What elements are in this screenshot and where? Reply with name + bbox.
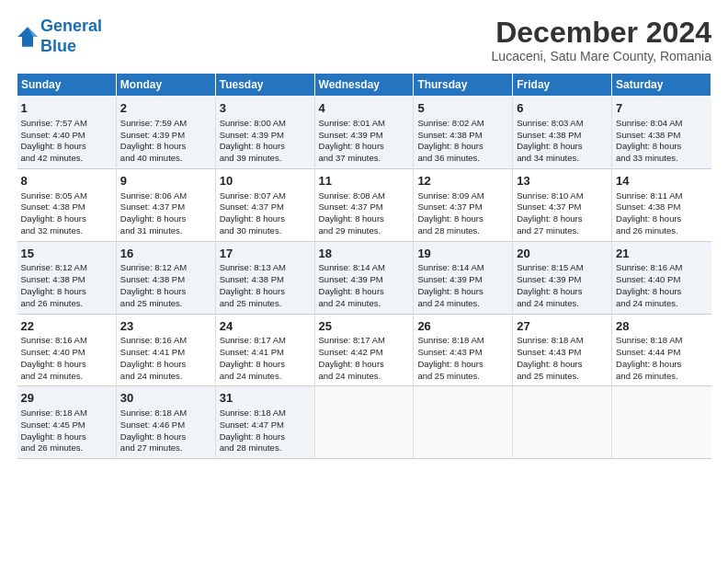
day-number: 31 — [220, 390, 311, 407]
day-info-line: and 28 minutes. — [220, 442, 311, 454]
day-number: 21 — [616, 246, 707, 262]
day-info-line: Daylight: 8 hours — [417, 141, 508, 153]
day-info-line: Sunrise: 8:03 AM — [517, 118, 608, 130]
day-info-line: Sunrise: 8:01 AM — [319, 118, 410, 130]
calendar-page: General Blue December 2024 Lucaceni, Sat… — [0, 0, 728, 563]
header: General Blue December 2024 Lucaceni, Sat… — [17, 17, 711, 63]
day-info-line: Daylight: 8 hours — [120, 141, 211, 153]
day-info-line: Daylight: 8 hours — [220, 359, 311, 371]
day-number: 1 — [21, 100, 112, 117]
calendar-cell: 4Sunrise: 8:01 AMSunset: 4:39 PMDaylight… — [314, 97, 414, 169]
day-info-line: Sunrise: 8:16 AM — [21, 335, 112, 347]
day-info-line: Sunrise: 8:17 AM — [220, 335, 311, 347]
day-info-line: and 28 minutes. — [417, 225, 508, 237]
day-number: 5 — [417, 100, 508, 117]
calendar-cell: 29Sunrise: 8:18 AMSunset: 4:45 PMDayligh… — [17, 386, 117, 459]
calendar-cell — [414, 386, 513, 459]
logo: General Blue — [17, 17, 102, 56]
day-info-line: Daylight: 8 hours — [220, 431, 311, 443]
day-number: 14 — [616, 173, 707, 190]
day-info-line: Sunset: 4:37 PM — [517, 201, 608, 213]
day-info-line: Sunrise: 8:18 AM — [21, 408, 112, 419]
day-info-line: Daylight: 8 hours — [517, 359, 608, 371]
day-info-line: Sunset: 4:40 PM — [616, 274, 707, 286]
day-info-line: Sunrise: 8:07 AM — [220, 190, 311, 202]
day-info-line: and 37 minutes. — [319, 153, 410, 165]
calendar-cell: 1Sunrise: 7:57 AMSunset: 4:40 PMDaylight… — [17, 97, 117, 169]
day-info-line: Sunrise: 8:13 AM — [220, 262, 311, 274]
col-sunday: Sunday — [17, 74, 117, 97]
day-number: 8 — [21, 173, 112, 190]
day-info-line: Sunset: 4:45 PM — [21, 419, 112, 431]
calendar-cell — [513, 386, 612, 459]
day-number: 18 — [319, 246, 410, 262]
calendar-cell: 3Sunrise: 8:00 AMSunset: 4:39 PMDaylight… — [215, 97, 314, 169]
day-info-line: Sunset: 4:39 PM — [120, 130, 211, 142]
header-row: Sunday Monday Tuesday Wednesday Thursday… — [17, 74, 711, 97]
day-info-line: Sunrise: 8:18 AM — [120, 408, 211, 419]
day-number: 20 — [517, 246, 608, 262]
day-info-line: and 25 minutes. — [120, 298, 211, 310]
calendar-cell: 9Sunrise: 8:06 AMSunset: 4:37 PMDaylight… — [116, 168, 215, 241]
day-number: 10 — [220, 173, 311, 190]
day-number: 7 — [616, 100, 707, 117]
day-info-line: Sunrise: 8:18 AM — [616, 335, 707, 347]
day-info-line: Sunrise: 8:14 AM — [417, 262, 508, 274]
day-info-line: and 32 minutes. — [21, 225, 112, 237]
calendar-table: Sunday Monday Tuesday Wednesday Thursday… — [17, 73, 711, 459]
day-info-line: and 24 minutes. — [417, 298, 508, 310]
day-info-line: Daylight: 8 hours — [517, 141, 608, 153]
day-info-line: Daylight: 8 hours — [120, 431, 211, 443]
day-number: 6 — [517, 100, 608, 117]
day-number: 23 — [120, 318, 211, 335]
day-info-line: Sunset: 4:47 PM — [220, 419, 311, 431]
calendar-cell: 26Sunrise: 8:18 AMSunset: 4:43 PMDayligh… — [414, 314, 513, 386]
day-info-line: Sunrise: 7:57 AM — [21, 118, 112, 130]
day-info-line: Sunset: 4:38 PM — [517, 130, 608, 142]
location-subtitle: Lucaceni, Satu Mare County, Romania — [492, 49, 711, 63]
col-friday: Friday — [513, 74, 612, 97]
calendar-cell: 25Sunrise: 8:17 AMSunset: 4:42 PMDayligh… — [314, 314, 414, 386]
day-info-line: Sunrise: 8:00 AM — [220, 118, 311, 130]
day-number: 24 — [220, 318, 311, 335]
day-info-line: and 36 minutes. — [417, 153, 508, 165]
day-info-line: Daylight: 8 hours — [417, 286, 508, 298]
calendar-cell: 23Sunrise: 8:16 AMSunset: 4:41 PMDayligh… — [116, 314, 215, 386]
day-info-line: Sunrise: 8:18 AM — [517, 335, 608, 347]
day-info-line: Daylight: 8 hours — [616, 213, 707, 225]
day-info-line: Sunrise: 8:18 AM — [417, 335, 508, 347]
day-info-line: and 40 minutes. — [120, 153, 211, 165]
calendar-cell: 14Sunrise: 8:11 AMSunset: 4:38 PMDayligh… — [612, 168, 711, 241]
day-number: 2 — [120, 100, 211, 117]
day-info-line: Daylight: 8 hours — [21, 431, 112, 443]
calendar-cell: 12Sunrise: 8:09 AMSunset: 4:37 PMDayligh… — [414, 168, 513, 241]
day-info-line: Sunrise: 8:16 AM — [120, 335, 211, 347]
calendar-cell: 16Sunrise: 8:12 AMSunset: 4:38 PMDayligh… — [116, 241, 215, 314]
day-info-line: Daylight: 8 hours — [220, 286, 311, 298]
calendar-cell: 20Sunrise: 8:15 AMSunset: 4:39 PMDayligh… — [513, 241, 612, 314]
calendar-cell: 15Sunrise: 8:12 AMSunset: 4:38 PMDayligh… — [17, 241, 117, 314]
day-info-line: Daylight: 8 hours — [616, 286, 707, 298]
day-info-line: and 27 minutes. — [120, 442, 211, 454]
col-saturday: Saturday — [612, 74, 711, 97]
col-monday: Monday — [116, 74, 215, 97]
day-info-line: Sunset: 4:43 PM — [417, 347, 508, 359]
day-info-line: Sunrise: 8:15 AM — [517, 262, 608, 274]
calendar-cell: 5Sunrise: 8:02 AMSunset: 4:38 PMDaylight… — [414, 97, 513, 169]
day-info-line: Daylight: 8 hours — [21, 286, 112, 298]
calendar-cell: 11Sunrise: 8:08 AMSunset: 4:37 PMDayligh… — [314, 168, 414, 241]
day-info-line: Sunset: 4:37 PM — [417, 201, 508, 213]
day-info-line: Sunrise: 8:14 AM — [319, 262, 410, 274]
calendar-cell: 24Sunrise: 8:17 AMSunset: 4:41 PMDayligh… — [215, 314, 314, 386]
day-number: 9 — [120, 173, 211, 190]
day-number: 17 — [220, 246, 311, 262]
day-info-line: and 24 minutes. — [319, 371, 410, 383]
title-block: December 2024 Lucaceni, Satu Mare County… — [492, 17, 711, 63]
day-info-line: Daylight: 8 hours — [517, 213, 608, 225]
calendar-cell — [314, 386, 414, 459]
calendar-cell: 8Sunrise: 8:05 AMSunset: 4:38 PMDaylight… — [17, 168, 117, 241]
day-info-line: Daylight: 8 hours — [120, 359, 211, 371]
day-info-line: Daylight: 8 hours — [319, 141, 410, 153]
calendar-cell: 18Sunrise: 8:14 AMSunset: 4:39 PMDayligh… — [314, 241, 414, 314]
calendar-cell: 31Sunrise: 8:18 AMSunset: 4:47 PMDayligh… — [215, 386, 314, 459]
